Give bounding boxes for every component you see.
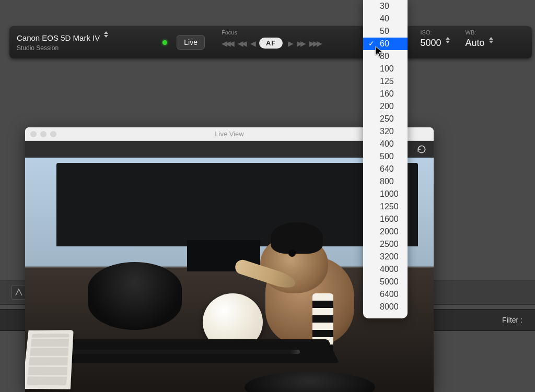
- camera-name-text: Canon EOS 5D Mark IV: [17, 33, 100, 42]
- tool-icon: [15, 288, 23, 296]
- updown-caret-icon: [104, 35, 108, 40]
- af-button[interactable]: AF: [259, 38, 283, 49]
- tool-button-1[interactable]: [11, 285, 26, 300]
- updown-caret-icon: [446, 41, 450, 46]
- iso-block: ISO: 5000: [414, 26, 450, 58]
- status-live-block: Live: [115, 26, 215, 58]
- status-dot-icon: [162, 40, 167, 45]
- shutter-option[interactable]: 2500: [363, 238, 408, 251]
- shutter-speed-dropdown[interactable]: 3040506080100125160200250320400500640800…: [363, 0, 408, 318]
- session-name-text: Studio Session: [17, 44, 108, 52]
- shutter-option[interactable]: 4000: [363, 263, 408, 276]
- shutter-option[interactable]: 3200: [363, 251, 408, 263]
- focus-near-1-button[interactable]: ▶: [288, 39, 292, 47]
- wb-value-text: Auto: [466, 38, 485, 49]
- shutter-option[interactable]: 800: [363, 175, 408, 188]
- shutter-option[interactable]: 1000: [363, 188, 408, 200]
- focus-near-3-button[interactable]: ▶▶▶: [309, 39, 320, 47]
- shutter-option[interactable]: 100: [363, 63, 408, 75]
- shutter-option[interactable]: 5000: [363, 276, 408, 288]
- shutter-option[interactable]: 640: [363, 163, 408, 175]
- shutter-option[interactable]: 400: [363, 138, 408, 150]
- focus-controls: ◀◀◀ ◀◀ ◀ AF ▶ ▶▶ ▶▶▶: [222, 38, 320, 49]
- focus-far-2-button[interactable]: ◀◀: [238, 39, 245, 47]
- shutter-option[interactable]: 30: [363, 0, 408, 13]
- shutter-option[interactable]: 1250: [363, 200, 408, 213]
- filter-label: Filter :: [502, 316, 522, 324]
- scene-puck: [245, 372, 375, 392]
- zoom-window-button[interactable]: [50, 131, 56, 137]
- wb-label: WB:: [466, 29, 493, 35]
- minimize-window-button[interactable]: [40, 131, 46, 137]
- iso-selector[interactable]: 5000: [421, 38, 450, 49]
- camera-selector[interactable]: Canon EOS 5D Mark IV: [17, 33, 108, 42]
- shutter-option[interactable]: 250: [363, 113, 408, 125]
- rotate-button[interactable]: [416, 144, 427, 155]
- camera-block: Canon EOS 5D Mark IV Studio Session: [9, 26, 115, 58]
- shutter-option[interactable]: 125: [363, 75, 408, 88]
- live-button[interactable]: Live: [177, 35, 205, 50]
- shutter-option[interactable]: 200: [363, 100, 408, 113]
- scene-plush: [234, 220, 370, 356]
- shutter-option[interactable]: 1600: [363, 213, 408, 225]
- wb-selector[interactable]: Auto: [466, 38, 493, 49]
- scene-stylus: [72, 350, 292, 354]
- shutter-option[interactable]: 8000: [363, 301, 408, 313]
- shutter-option[interactable]: 320: [363, 125, 408, 138]
- shutter-option[interactable]: 6400: [363, 288, 408, 301]
- focus-near-2-button[interactable]: ▶▶: [297, 39, 304, 47]
- window-traffic-lights: [30, 131, 56, 137]
- iso-label: ISO:: [421, 29, 450, 35]
- focus-label: Focus:: [222, 29, 320, 35]
- focus-far-1-button[interactable]: ◀: [250, 39, 254, 47]
- shutter-option[interactable]: 2000: [363, 225, 408, 238]
- tether-toolbar: Canon EOS 5D Mark IV Studio Session Live…: [9, 26, 532, 58]
- iso-value-text: 5000: [421, 38, 441, 49]
- close-window-button[interactable]: [30, 131, 37, 137]
- updown-caret-icon: [489, 41, 493, 46]
- shutter-option[interactable]: 40: [363, 13, 408, 25]
- wb-block: WB: Auto: [459, 26, 503, 58]
- focus-far-3-button[interactable]: ◀◀◀: [222, 39, 232, 47]
- shutter-option[interactable]: 60: [363, 38, 408, 50]
- focus-block: Focus: ◀◀◀ ◀◀ ◀ AF ▶ ▶▶ ▶▶▶: [215, 26, 320, 58]
- shutter-option[interactable]: 160: [363, 88, 408, 100]
- scene-speaker: [88, 262, 182, 330]
- shutter-option[interactable]: 50: [363, 25, 408, 38]
- scene-keyboard: [25, 330, 74, 389]
- rotate-icon: [416, 144, 427, 155]
- shutter-option[interactable]: 500: [363, 150, 408, 163]
- window-title-text: Live View: [215, 130, 243, 138]
- shutter-option[interactable]: 80: [363, 50, 408, 63]
